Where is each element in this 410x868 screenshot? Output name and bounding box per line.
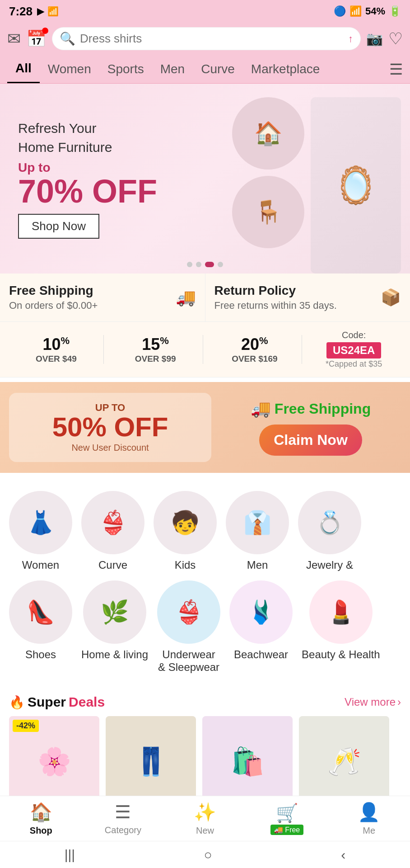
battery-icon: 🔋: [389, 5, 401, 17]
free-shipping-title: Free Shipping: [9, 283, 98, 298]
tab-women[interactable]: Women: [40, 56, 99, 83]
category-beauty-circle: 💄: [309, 580, 373, 644]
app-header: ✉ 📅 🔍 ↑ 📷 ♡: [0, 23, 410, 55]
deal-image-2: 👖: [106, 716, 196, 807]
view-more-button[interactable]: View more ›: [345, 696, 401, 708]
category-women-circle: 👗: [9, 491, 72, 554]
promo-free-shipping: 🚚 Free Shipping Claim Now: [220, 399, 401, 456]
deal-image-4: 🥂: [299, 716, 389, 807]
new-icon: ✨: [194, 802, 216, 823]
shop-now-button[interactable]: Shop Now: [18, 214, 99, 239]
profile-icon: 👤: [358, 802, 380, 823]
messages-button[interactable]: ✉: [7, 29, 21, 48]
category-underwear-circle: 👙: [157, 580, 220, 644]
signal-icon: 📶: [349, 5, 362, 17]
tab-men[interactable]: Men: [152, 56, 193, 83]
status-time: 7:28: [9, 5, 33, 19]
free-shipping-card[interactable]: Free Shipping On orders of $0.00+ 🚚: [0, 274, 205, 321]
category-jewelry[interactable]: 💍 Jewelry &: [298, 491, 361, 571]
hero-banner[interactable]: Refresh Your Home Furniture Up to 70% OF…: [0, 84, 410, 274]
calendar-button[interactable]: 📅: [26, 29, 47, 48]
category-row-1: 👗 Women 👙 Curve 🧒 Kids 👔 Men 💍 Jewelry &: [0, 486, 410, 576]
free-badge: 🚚 Free: [270, 825, 303, 835]
tab-marketplace[interactable]: Marketplace: [243, 56, 328, 83]
super-text: Super: [28, 694, 66, 710]
category-beachwear[interactable]: 🩱 Beachwear: [229, 580, 293, 674]
category-icon: ☰: [115, 802, 131, 822]
hamburger-menu[interactable]: ☰: [389, 60, 403, 78]
deals-header: 🔥 Super Deals View more ›: [9, 694, 401, 710]
fire-icon: 🔥: [9, 695, 25, 710]
category-beachwear-circle: 🩱: [229, 580, 293, 644]
category-women[interactable]: 👗 Women: [9, 491, 72, 571]
bottom-navigation: 🏠 Shop ☰ Category ✨ New 🛒 🚚 Free 👤 Me: [0, 796, 410, 841]
return-policy-card[interactable]: Return Policy Free returns within 35 day…: [205, 274, 410, 321]
discount-15: 15% OVER $99: [108, 335, 203, 364]
discount-strip: 10% OVER $49 15% OVER $99 20% OVER $169 …: [0, 322, 410, 377]
camera-button[interactable]: 📷: [366, 31, 383, 47]
discount-20: 20% OVER $169: [208, 335, 303, 364]
banner-main-image: 🪞: [311, 97, 401, 274]
banner-dots: [187, 262, 223, 267]
dot-3: [205, 262, 214, 267]
category-shoes-circle: 👠: [9, 580, 72, 644]
tab-sports[interactable]: Sports: [99, 56, 152, 83]
search-input[interactable]: [80, 32, 344, 46]
promo-code-box: Code: US24EA *Capped at $35: [307, 330, 401, 369]
category-underwear[interactable]: 👙 Underwear & Sleepwear: [157, 580, 220, 674]
deals-text: Deals: [69, 694, 105, 710]
tab-all[interactable]: All: [7, 55, 40, 83]
battery-text: 54%: [365, 5, 385, 17]
category-men-circle: 👔: [226, 491, 289, 554]
claim-now-button[interactable]: Claim Now: [259, 425, 362, 456]
search-bar[interactable]: 🔍 ↑: [52, 27, 361, 50]
promo-banner[interactable]: UP TO 50% OFF New User Discount 🚚 Free S…: [0, 382, 410, 473]
chevron-right-icon: ›: [397, 696, 401, 708]
category-section: 👗 Women 👙 Curve 🧒 Kids 👔 Men 💍 Jewelry &: [0, 477, 410, 687]
bluetooth-icon: 🔵: [334, 5, 346, 17]
wifi-icon: 📶: [47, 6, 59, 17]
status-bar: 7:28 ▶ 📶 🔵 📶 54% 🔋: [0, 0, 410, 23]
category-kids-circle: 🧒: [154, 491, 217, 554]
nav-shop[interactable]: 🏠 Shop: [0, 796, 82, 841]
promo-discount-box: UP TO 50% OFF New User Discount: [9, 393, 211, 462]
up-arrow-icon: ↑: [348, 33, 353, 45]
tab-curve[interactable]: Curve: [193, 56, 243, 83]
cart-free-container: 🛒 🚚 Free: [270, 802, 303, 835]
return-icon: 📦: [381, 288, 401, 307]
banner-circle-1: 🏠: [232, 97, 304, 170]
nav-me[interactable]: 👤 Me: [328, 796, 410, 841]
navigation-tabs: All Women Sports Men Curve Marketplace ☰: [0, 55, 410, 84]
truck-icon: 🚚: [251, 399, 271, 418]
message-icon: ✉: [7, 29, 21, 48]
system-back-button[interactable]: ‹: [341, 847, 345, 863]
notification-badge: [42, 28, 48, 34]
category-jewelry-circle: 💍: [298, 491, 361, 554]
category-home[interactable]: 🌿 Home & living: [81, 580, 148, 674]
favorites-button[interactable]: ♡: [388, 29, 403, 48]
media-icon: ▶: [37, 6, 44, 17]
nav-category[interactable]: ☰ Category: [82, 796, 164, 841]
category-row-2: 👠 Shoes 🌿 Home & living 👙 Underwear & Sl…: [0, 576, 410, 678]
deal-image-3: 🛍️: [202, 716, 293, 807]
nav-cart[interactable]: 🛒 🚚 Free: [246, 796, 328, 841]
category-kids[interactable]: 🧒 Kids: [154, 491, 217, 571]
category-curve[interactable]: 👙 Curve: [81, 491, 144, 571]
category-men[interactable]: 👔 Men: [226, 491, 289, 571]
discount-10: 10% OVER $49: [9, 335, 104, 364]
info-strip: Free Shipping On orders of $0.00+ 🚚 Retu…: [0, 274, 410, 322]
category-shoes[interactable]: 👠 Shoes: [9, 580, 72, 674]
heart-icon: ♡: [388, 29, 403, 48]
system-menu-button[interactable]: |||: [65, 847, 75, 863]
shop-icon: 🏠: [30, 802, 52, 823]
nav-new[interactable]: ✨ New: [164, 796, 246, 841]
dot-2: [196, 262, 201, 267]
return-policy-sub: Free returns within 35 days.: [214, 300, 337, 311]
free-shipping-sub: On orders of $0.00+: [9, 300, 98, 311]
status-right: 🔵 📶 54% 🔋: [334, 5, 401, 17]
shipping-icon: 🚚: [176, 288, 196, 307]
system-home-button[interactable]: ○: [204, 847, 212, 863]
search-icon: 🔍: [60, 31, 75, 46]
category-beauty[interactable]: 💄 Beauty & Health: [302, 580, 380, 674]
dot-1: [187, 262, 192, 267]
